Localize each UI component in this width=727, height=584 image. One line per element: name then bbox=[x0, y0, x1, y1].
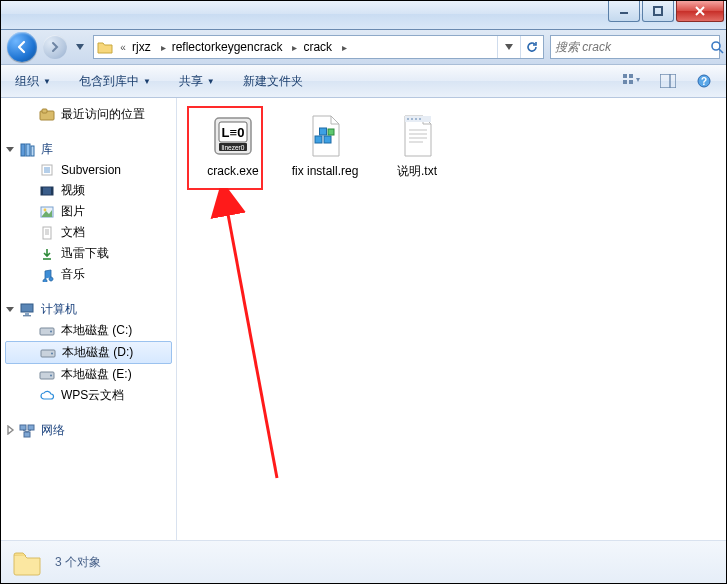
library-item-label: 视频 bbox=[61, 182, 85, 199]
share-button[interactable]: 共享 ▼ bbox=[173, 69, 221, 94]
drive-label: WPS云文档 bbox=[61, 387, 124, 404]
network-icon bbox=[19, 423, 35, 439]
file-list[interactable]: L≡0 linezer0 crack.exe bbox=[177, 98, 726, 540]
libraries-header[interactable]: 库 bbox=[1, 139, 176, 160]
drive-item[interactable]: 本地磁盘 (C:) bbox=[1, 320, 176, 341]
svg-rect-25 bbox=[51, 187, 53, 195]
drive-item[interactable]: 本地磁盘 (E:) bbox=[1, 364, 176, 385]
svg-rect-43 bbox=[28, 425, 34, 430]
drive-item[interactable]: WPS云文档 bbox=[1, 385, 176, 406]
computer-header[interactable]: 计算机 bbox=[1, 299, 176, 320]
status-text: 3 个对象 bbox=[55, 554, 101, 571]
network-header[interactable]: 网络 bbox=[1, 420, 176, 441]
svg-rect-9 bbox=[629, 80, 633, 84]
breadcrumb-segment[interactable]: rjxz bbox=[130, 40, 157, 54]
include-label: 包含到库中 bbox=[79, 73, 139, 90]
organize-button[interactable]: 组织 ▼ bbox=[9, 69, 57, 94]
drive-label: 本地磁盘 (D:) bbox=[62, 344, 133, 361]
library-item-label: 迅雷下载 bbox=[61, 245, 109, 262]
breadcrumb-segment[interactable]: reflectorkeygencrack bbox=[170, 40, 289, 54]
new-folder-label: 新建文件夹 bbox=[243, 73, 303, 90]
drive-item[interactable]: 本地磁盘 (D:) bbox=[5, 341, 172, 364]
computer-icon bbox=[19, 302, 35, 318]
breadcrumb-dropdown[interactable] bbox=[497, 36, 520, 58]
exe-icon: L≡0 linezer0 bbox=[209, 112, 257, 160]
chevron-right-icon: ▸ bbox=[288, 42, 301, 53]
svg-rect-6 bbox=[623, 74, 627, 78]
library-item[interactable]: 迅雷下载 bbox=[1, 243, 176, 264]
body: 最近访问的位置 库 Subversion 视频 bbox=[1, 98, 726, 540]
library-item[interactable]: 音乐 bbox=[1, 264, 176, 285]
search-box[interactable] bbox=[550, 35, 720, 59]
file-item[interactable]: fix install.reg bbox=[285, 112, 365, 178]
downloads-icon bbox=[39, 246, 55, 262]
address-row: « rjxz ▸ reflectorkeygencrack ▸ crack ▸ bbox=[1, 30, 726, 65]
svg-rect-7 bbox=[629, 74, 633, 78]
forward-button[interactable] bbox=[43, 35, 67, 59]
refresh-button[interactable] bbox=[520, 36, 543, 58]
maximize-button[interactable] bbox=[642, 1, 674, 22]
recent-places-icon bbox=[39, 107, 55, 123]
svg-rect-15 bbox=[42, 109, 47, 113]
navigation-pane[interactable]: 最近访问的位置 库 Subversion 视频 bbox=[1, 98, 177, 540]
file-name: 说明.txt bbox=[397, 164, 437, 178]
svg-rect-42 bbox=[20, 425, 26, 430]
cloud-icon bbox=[39, 388, 55, 404]
drive-label: 本地磁盘 (E:) bbox=[61, 366, 132, 383]
svg-rect-44 bbox=[24, 432, 30, 437]
svg-point-37 bbox=[50, 330, 52, 332]
svg-rect-1 bbox=[654, 7, 662, 15]
minimize-button[interactable] bbox=[608, 1, 640, 22]
library-item[interactable]: 图片 bbox=[1, 201, 176, 222]
file-item[interactable]: 说明.txt bbox=[377, 112, 457, 178]
library-item[interactable]: Subversion bbox=[1, 160, 176, 180]
library-item-label: Subversion bbox=[61, 163, 121, 177]
library-item-label: 文档 bbox=[61, 224, 85, 241]
svg-rect-8 bbox=[623, 80, 627, 84]
svg-text:?: ? bbox=[701, 76, 707, 87]
organize-label: 组织 bbox=[15, 73, 39, 90]
svg-point-57 bbox=[407, 118, 409, 120]
svg-point-27 bbox=[44, 208, 47, 211]
new-folder-button[interactable]: 新建文件夹 bbox=[237, 69, 309, 94]
chevron-right-icon: ▸ bbox=[157, 42, 170, 53]
preview-pane-button[interactable] bbox=[654, 70, 682, 92]
svg-rect-52 bbox=[315, 136, 322, 143]
svg-rect-16 bbox=[21, 144, 25, 156]
breadcrumb[interactable]: « rjxz ▸ reflectorkeygencrack ▸ crack ▸ bbox=[93, 35, 544, 59]
svg-rect-17 bbox=[26, 144, 30, 156]
svg-rect-35 bbox=[23, 315, 31, 316]
library-item-label: 图片 bbox=[61, 203, 85, 220]
search-icon[interactable] bbox=[710, 40, 724, 54]
txt-icon bbox=[393, 112, 441, 160]
expand-open-icon bbox=[5, 144, 15, 154]
recent-places[interactable]: 最近访问的位置 bbox=[1, 104, 176, 125]
file-item[interactable]: L≡0 linezer0 crack.exe bbox=[193, 112, 273, 178]
nav-history-dropdown[interactable] bbox=[73, 44, 87, 50]
help-button[interactable]: ? bbox=[690, 70, 718, 92]
svg-text:linezer0: linezer0 bbox=[222, 144, 245, 151]
svg-point-60 bbox=[419, 118, 421, 120]
annotation-arrow bbox=[207, 188, 307, 488]
svg-rect-53 bbox=[324, 136, 331, 143]
view-options-button[interactable] bbox=[618, 70, 646, 92]
libraries-icon bbox=[19, 142, 35, 158]
folder-icon bbox=[11, 546, 43, 578]
svg-rect-33 bbox=[21, 304, 33, 312]
library-item[interactable]: 视频 bbox=[1, 180, 176, 201]
svg-point-41 bbox=[50, 374, 52, 376]
recent-places-label: 最近访问的位置 bbox=[61, 106, 145, 123]
expand-closed-icon bbox=[5, 425, 15, 435]
include-in-library-button[interactable]: 包含到库中 ▼ bbox=[73, 69, 157, 94]
breadcrumb-segment[interactable]: crack bbox=[301, 40, 338, 54]
videos-icon bbox=[39, 183, 55, 199]
back-button[interactable] bbox=[7, 32, 37, 62]
status-bar: 3 个对象 bbox=[1, 540, 726, 583]
search-input[interactable] bbox=[551, 40, 710, 54]
close-button[interactable] bbox=[676, 1, 724, 22]
chevron-right-icon: ▸ bbox=[338, 42, 351, 53]
library-item[interactable]: 文档 bbox=[1, 222, 176, 243]
svg-line-5 bbox=[719, 49, 723, 53]
breadcrumb-prefix: « bbox=[116, 42, 130, 53]
library-item-label: 音乐 bbox=[61, 266, 85, 283]
